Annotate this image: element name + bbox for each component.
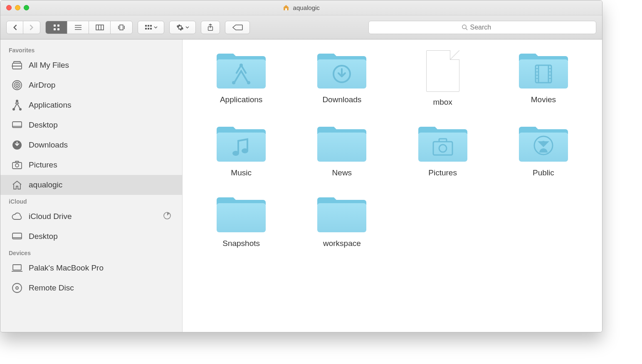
folder-icon <box>317 50 366 89</box>
window-controls <box>0 5 29 10</box>
item-downloads[interactable]: Downloads <box>300 50 383 107</box>
svg-rect-39 <box>13 265 21 270</box>
tags-button[interactable] <box>225 21 250 34</box>
sidebar-section-title: Devices <box>0 246 182 258</box>
file-icon <box>426 50 459 92</box>
svg-point-58 <box>242 148 248 153</box>
item-mbox[interactable]: mbox <box>401 50 484 107</box>
progress-icon <box>163 212 171 222</box>
sidebar-item-applications[interactable]: Applications <box>0 95 182 115</box>
titlebar: aqualogic <box>0 0 602 15</box>
home-icon <box>283 4 289 11</box>
item-applications[interactable]: Applications <box>200 50 283 107</box>
sidebar-item-downloads[interactable]: Downloads <box>0 135 182 155</box>
svg-rect-3 <box>57 28 59 30</box>
item-news[interactable]: News <box>300 123 383 177</box>
sidebar-item-pictures[interactable]: Pictures <box>0 155 182 175</box>
sidebar-item-label: Desktop <box>29 232 58 241</box>
folder-icon <box>217 194 266 233</box>
coverflow-view-button[interactable] <box>111 21 132 34</box>
svg-rect-17 <box>148 28 149 30</box>
desktop-icon <box>11 231 23 242</box>
item-label: Applications <box>220 95 262 104</box>
svg-rect-16 <box>145 28 147 30</box>
sidebar: FavoritesAll My FilesAirDropApplications… <box>0 39 183 332</box>
item-snapshots[interactable]: Snapshots <box>200 194 283 248</box>
folder-icon <box>418 123 467 162</box>
share-icon <box>207 24 214 31</box>
svg-point-62 <box>541 141 546 146</box>
sidebar-item-desktop[interactable]: Desktop <box>0 226 182 246</box>
home-icon <box>11 179 23 191</box>
sidebar-item-palak-s-macbook-pro[interactable]: Palak's MacBook Pro <box>0 258 182 278</box>
search-input[interactable] <box>470 24 504 31</box>
svg-point-26 <box>14 82 20 88</box>
sidebar-item-label: Downloads <box>29 140 68 150</box>
item-label: Music <box>231 168 252 177</box>
folder-icon <box>217 123 266 162</box>
zoom-button[interactable] <box>24 5 29 10</box>
item-label: Public <box>533 168 554 177</box>
svg-point-44 <box>240 64 243 67</box>
svg-point-57 <box>232 151 239 156</box>
sidebar-item-label: Applications <box>29 101 71 110</box>
item-label: Snapshots <box>222 239 260 248</box>
back-button[interactable] <box>7 21 23 34</box>
svg-rect-18 <box>150 28 152 30</box>
item-label: mbox <box>433 98 452 107</box>
sidebar-item-desktop[interactable]: Desktop <box>0 115 182 135</box>
list-view-button[interactable] <box>67 21 89 34</box>
disc-icon <box>11 282 23 294</box>
item-pictures[interactable]: Pictures <box>401 123 484 177</box>
svg-rect-0 <box>54 25 56 27</box>
sidebar-item-all-my-files[interactable]: All My Files <box>0 55 182 75</box>
svg-rect-15 <box>150 25 152 27</box>
tag-icon <box>232 24 243 31</box>
sidebar-item-label: AirDrop <box>29 81 55 90</box>
sidebar-item-remote-disc[interactable]: Remote Disc <box>0 278 182 298</box>
sidebar-item-label: aqualogic <box>29 180 62 189</box>
gear-icon <box>176 24 184 31</box>
column-view-button[interactable] <box>89 21 111 34</box>
minimize-button[interactable] <box>15 5 20 10</box>
pictures-icon <box>11 159 23 171</box>
item-workspace[interactable]: workspace <box>300 194 383 248</box>
item-label: News <box>332 168 352 177</box>
svg-point-20 <box>462 25 466 29</box>
action-button[interactable] <box>169 21 196 34</box>
sidebar-item-label: iCloud Drive <box>29 212 72 221</box>
svg-rect-1 <box>57 25 59 27</box>
svg-rect-10 <box>120 25 123 30</box>
item-movies[interactable]: Movies <box>502 50 585 107</box>
sidebar-item-label: Palak's MacBook Pro <box>29 263 104 273</box>
item-label: Movies <box>531 95 556 104</box>
laptop-icon <box>11 262 23 274</box>
item-music[interactable]: Music <box>200 123 283 177</box>
finder-window: aqualogic FavoritesAll My F <box>0 0 602 332</box>
airdrop-icon <box>11 79 23 91</box>
folder-icon <box>519 123 568 162</box>
sidebar-item-aqualogic[interactable]: aqualogic <box>0 175 182 195</box>
applications-icon <box>11 99 23 111</box>
svg-point-41 <box>16 287 18 289</box>
arrange-button[interactable] <box>138 21 164 34</box>
sidebar-item-airdrop[interactable]: AirDrop <box>0 75 182 95</box>
item-public[interactable]: Public <box>502 123 585 177</box>
svg-rect-2 <box>54 28 56 30</box>
content-area[interactable]: ApplicationsDownloadsmboxMoviesMusicNews… <box>183 39 602 332</box>
svg-point-40 <box>12 283 22 293</box>
nav-buttons <box>6 21 40 34</box>
search-field[interactable] <box>368 21 596 34</box>
downloads-icon <box>11 139 23 151</box>
folder-icon <box>317 123 366 162</box>
close-button[interactable] <box>6 5 12 10</box>
item-label: Pictures <box>428 168 457 177</box>
icon-view-button[interactable] <box>46 21 67 34</box>
sidebar-item-icloud-drive[interactable]: iCloud Drive <box>0 207 182 226</box>
toolbar <box>0 15 602 39</box>
svg-rect-37 <box>12 233 22 239</box>
share-button[interactable] <box>201 21 220 34</box>
forward-button[interactable] <box>23 21 40 34</box>
svg-rect-13 <box>145 25 147 27</box>
folder-icon <box>317 194 366 233</box>
